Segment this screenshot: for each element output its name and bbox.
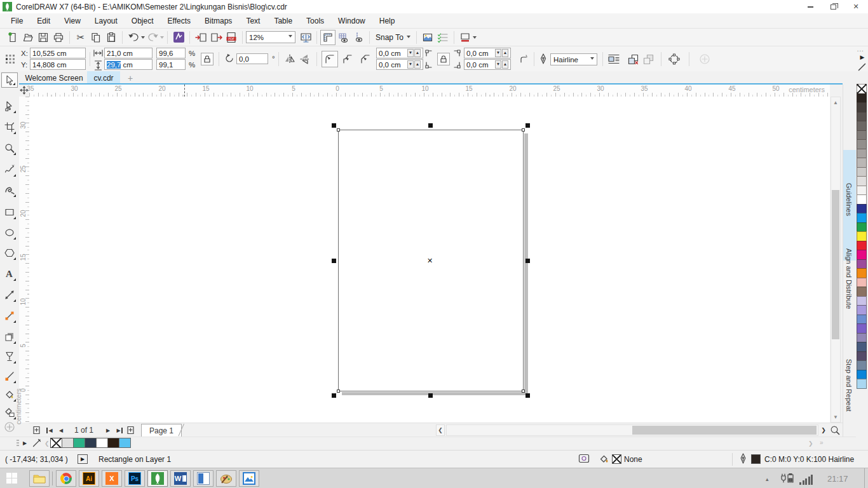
hscroll-left-arrow[interactable]: ❮ [436, 424, 445, 436]
paste-button[interactable] [104, 30, 119, 45]
tray-network-icon[interactable] [799, 475, 813, 485]
first-page-button[interactable]: ◀ [44, 425, 55, 435]
search-content-button[interactable] [171, 30, 186, 45]
menu-help[interactable]: Help [372, 15, 402, 27]
doc-color-swatch[interactable] [96, 438, 108, 448]
color-swatch[interactable] [857, 250, 867, 260]
tray-hidden-icons-arrow[interactable]: ▴ [766, 476, 769, 482]
rect-node-tr[interactable] [522, 128, 525, 132]
proof-colors-icon[interactable] [578, 454, 590, 464]
zoom-to-fit-button[interactable] [829, 424, 841, 437]
application-launcher-button[interactable] [458, 30, 473, 45]
color-swatch[interactable] [857, 370, 867, 380]
corner-tl-up-spinner[interactable]: ▲ [414, 49, 421, 57]
ellipse-tool[interactable] [1, 224, 18, 241]
page-tab[interactable]: Page 1 [141, 424, 182, 437]
menu-effects[interactable]: Effects [161, 15, 198, 27]
crop-tool[interactable] [1, 118, 18, 136]
menu-table[interactable]: Table [267, 15, 299, 27]
selection-handle-s[interactable] [428, 393, 433, 398]
parallel-dimension-tool[interactable] [1, 286, 18, 304]
cut-button[interactable]: ✂ [73, 30, 88, 45]
color-swatch[interactable] [857, 231, 867, 241]
doc-no-color-swatch[interactable] [50, 438, 62, 448]
outline-width-combobox[interactable]: Hairline [550, 53, 597, 65]
taskbar-app-window[interactable] [193, 470, 214, 487]
in-front-of-button[interactable] [625, 51, 641, 67]
corner-bl-down-spinner[interactable]: ▼ [407, 60, 414, 69]
corner-br-down-spinner[interactable]: ▼ [495, 60, 501, 69]
tray-power-icon[interactable] [780, 473, 794, 483]
lock-corners-button[interactable] [437, 53, 450, 65]
show-desktop-button[interactable] [864, 468, 868, 488]
show-rulers-button[interactable] [320, 30, 336, 45]
restore-button[interactable] [826, 1, 840, 12]
status-play-button[interactable]: ▶ [78, 454, 88, 464]
doc-color-swatch[interactable] [85, 438, 97, 448]
rect-node-bl[interactable] [337, 390, 340, 393]
quick-customize-propbar-button[interactable] [696, 51, 713, 67]
color-swatch[interactable] [857, 278, 867, 288]
taskbar-file-explorer[interactable] [29, 470, 50, 487]
color-swatch[interactable] [857, 167, 867, 177]
menu-tools[interactable]: Tools [299, 15, 331, 27]
color-swatch[interactable] [857, 287, 867, 297]
horizontal-ruler[interactable]: centimeters 3530252015105051015202530354… [29, 85, 830, 97]
tab-welcome-screen[interactable]: Welcome Screen [22, 71, 86, 85]
options-button[interactable] [420, 30, 435, 45]
shape-tool[interactable] [1, 97, 18, 115]
x-position-field[interactable]: 10,525 cm [30, 48, 86, 58]
scalloped-corner-button[interactable] [339, 51, 356, 67]
scale-width-field[interactable]: 99,6 [156, 48, 186, 58]
minimize-button[interactable] [803, 1, 817, 12]
menu-file[interactable]: File [4, 15, 30, 27]
rotation-angle-field[interactable]: 0,0 [236, 53, 268, 64]
tab-cv-cdr[interactable]: cv.cdr [87, 71, 120, 85]
document-palette-eyedropper-icon[interactable] [32, 438, 41, 448]
color-swatch[interactable] [857, 342, 867, 352]
horizontal-scroll-thumb[interactable] [632, 426, 817, 435]
selection-handle-w[interactable] [332, 259, 336, 263]
color-swatch[interactable] [857, 194, 867, 205]
zoom-tool[interactable] [1, 139, 18, 157]
color-swatch[interactable] [857, 315, 867, 325]
corner-tr-up-spinner[interactable]: ▲ [502, 49, 508, 57]
color-swatch[interactable] [857, 112, 867, 122]
color-swatch[interactable] [857, 130, 867, 140]
copy-button[interactable] [88, 30, 104, 45]
document-palette-expand[interactable]: » [820, 439, 824, 446]
attributes-eyedropper-icon[interactable] [857, 62, 867, 72]
new-document-button[interactable] [5, 30, 20, 45]
document-palette-flyout-arrow[interactable]: ▶ [23, 440, 27, 446]
selection-handle-n[interactable] [428, 123, 433, 128]
next-page-button[interactable]: ▶ [103, 425, 113, 435]
add-page-before-button[interactable] [32, 425, 42, 435]
text-properties-button[interactable] [435, 30, 451, 45]
chamfered-corner-button[interactable] [357, 51, 374, 67]
color-swatch[interactable] [857, 379, 867, 389]
taskbar-illustrator[interactable]: Ai [79, 470, 99, 487]
corner-tr-down-spinner[interactable]: ▼ [495, 49, 501, 57]
color-swatch[interactable] [857, 323, 867, 334]
doc-color-swatch[interactable] [73, 438, 85, 448]
lock-ratio-button[interactable] [201, 53, 214, 65]
mirror-vertical-button[interactable] [297, 51, 313, 67]
relative-corner-scaling-button[interactable] [515, 51, 531, 67]
menu-view[interactable]: View [57, 15, 88, 27]
color-swatch[interactable] [857, 360, 867, 370]
drop-shadow-tool[interactable] [1, 328, 18, 346]
new-document-tab-button[interactable]: + [123, 71, 137, 85]
polygon-tool[interactable] [1, 244, 18, 262]
color-swatch[interactable] [857, 102, 867, 112]
color-swatch[interactable] [857, 296, 867, 306]
docker-tab-guidelines[interactable]: Guidelines [845, 183, 853, 216]
snap-to-dropdown[interactable]: Snap To [373, 33, 413, 42]
taskbar-word[interactable]: W [170, 470, 191, 487]
corner-br-up-spinner[interactable]: ▲ [502, 60, 508, 69]
menu-edit[interactable]: Edit [30, 15, 57, 27]
color-swatch[interactable] [857, 222, 867, 233]
straight-line-connector-tool[interactable] [1, 307, 18, 325]
color-swatch[interactable] [857, 158, 867, 168]
selection-handle-ne[interactable] [526, 123, 530, 128]
redo-dropdown-arrow[interactable] [160, 36, 164, 41]
